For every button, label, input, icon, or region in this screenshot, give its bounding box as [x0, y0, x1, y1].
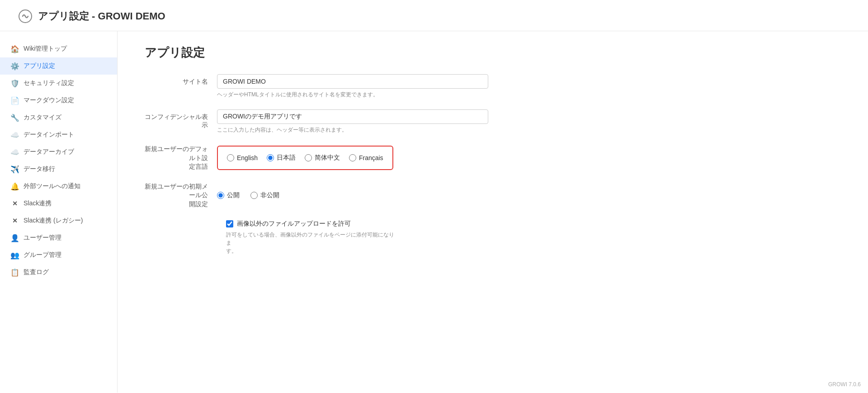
sidebar-label-customize: カスタマイズ [24, 114, 61, 122]
radio-japanese[interactable] [267, 154, 274, 161]
language-option-french[interactable]: Français [349, 154, 383, 161]
growi-logo [18, 9, 33, 24]
sidebar-label-wiki-top: Wiki管理トップ [24, 45, 67, 53]
file-upload-option[interactable]: 画像以外のファイルアップロードを許可 [226, 220, 488, 228]
sidebar-label-app-settings: アプリ設定 [24, 62, 55, 70]
gear-icon: ⚙️ [11, 62, 19, 70]
mail-visibility-label: 新規ユーザーの初期メール公 開設定 [145, 182, 217, 209]
language-row: 新規ユーザーのデフォルト設 定言語 English 日本語 简体中文 [145, 145, 488, 171]
airplane-icon: ✈️ [11, 165, 19, 173]
confidential-label: コンフィデンシャル表示 [145, 109, 217, 129]
mail-private-label: 非公開 [260, 191, 279, 199]
sidebar-item-data-archive[interactable]: ☁️ データアーカイブ [0, 143, 117, 161]
language-label-japanese: 日本語 [277, 154, 296, 162]
sidebar-item-audit-log[interactable]: 📋 監査ログ [0, 264, 117, 281]
mail-visibility-row: 新規ユーザーの初期メール公 開設定 公開 非公開 [145, 182, 488, 209]
sidebar-item-security[interactable]: 🛡️ セキュリティ設定 [0, 75, 117, 92]
sidebar-item-markdown[interactable]: 📄 マークダウン設定 [0, 92, 117, 109]
main-layout: 🏠 Wiki管理トップ ⚙️ アプリ設定 🛡️ セキュリティ設定 📄 マークダウ… [0, 31, 868, 393]
sidebar-item-user-mgmt[interactable]: 👤 ユーザー管理 [0, 229, 117, 246]
language-label-french: Français [359, 154, 383, 161]
bell-icon: 🔔 [11, 182, 19, 190]
mail-public-label: 公開 [227, 191, 240, 199]
sidebar-label-external-tools: 外部ツールへの通知 [24, 182, 80, 190]
cloud-archive-icon: ☁️ [11, 148, 19, 156]
radio-english[interactable] [227, 154, 234, 161]
sidebar-label-data-archive: データアーカイブ [24, 148, 74, 156]
log-icon: 📋 [11, 268, 19, 276]
page-header: アプリ設定 - GROWI DEMO [0, 0, 868, 31]
sidebar-label-audit-log: 監査ログ [24, 268, 49, 276]
radio-french[interactable] [349, 154, 356, 161]
site-name-input-wrap: ヘッダーやHTMLタイトルに使用されるサイト名を変更できます。 [217, 74, 488, 99]
language-label: 新規ユーザーのデフォルト設 定言語 [145, 145, 217, 171]
sidebar-item-customize[interactable]: 🔧 カスタマイズ [0, 109, 117, 126]
file-upload-section: 画像以外のファイルアップロードを許可 許可をしている場合、画像以外のファイルをペ… [226, 220, 488, 255]
shield-icon: 🛡️ [11, 79, 19, 87]
sidebar-item-data-migration[interactable]: ✈️ データ移行 [0, 161, 117, 178]
sidebar-label-markdown: マークダウン設定 [24, 96, 74, 104]
confidential-input-wrap: ここに入力した内容は、ヘッダー等に表示されます。 [217, 109, 488, 134]
home-icon: 🏠 [11, 45, 19, 53]
slack-legacy-icon: ✕ [11, 217, 19, 225]
sidebar-label-slack-legacy: Slack連携 (レガシー) [24, 217, 83, 225]
sidebar-label-security: セキュリティ設定 [24, 79, 74, 87]
language-option-english[interactable]: English [227, 154, 258, 161]
radio-chinese[interactable] [305, 154, 312, 161]
mail-options: 公開 非公開 [217, 191, 279, 199]
sidebar-label-user-mgmt: ユーザー管理 [24, 234, 61, 242]
language-box: English 日本語 简体中文 Français [217, 146, 393, 170]
document-icon: 📄 [11, 96, 19, 104]
site-name-row: サイト名 ヘッダーやHTMLタイトルに使用されるサイト名を変更できます。 [145, 74, 488, 99]
cloud-import-icon: ☁️ [11, 131, 19, 139]
radio-mail-public[interactable] [217, 192, 224, 199]
sidebar-label-data-migration: データ移行 [24, 165, 55, 173]
sidebar-label-slack: Slack連携 [24, 199, 52, 208]
sidebar-item-app-settings[interactable]: ⚙️ アプリ設定 [0, 57, 117, 75]
slack-icon: ✕ [11, 199, 19, 208]
language-option-japanese[interactable]: 日本語 [267, 154, 296, 162]
language-label-english: English [237, 154, 258, 161]
content-title: アプリ設定 [145, 45, 841, 61]
confidential-help: ここに入力した内容は、ヘッダー等に表示されます。 [217, 126, 488, 134]
sidebar-item-data-import[interactable]: ☁️ データインポート [0, 126, 117, 143]
version-badge: GROWI 7.0.6 [828, 381, 861, 388]
sidebar-item-slack-legacy[interactable]: ✕ Slack連携 (レガシー) [0, 212, 117, 229]
sidebar-label-data-import: データインポート [24, 131, 74, 139]
content-area: アプリ設定 サイト名 ヘッダーやHTMLタイトルに使用されるサイト名を変更できま… [118, 31, 868, 393]
confidential-input[interactable] [217, 109, 488, 124]
language-label-chinese: 简体中文 [315, 154, 340, 162]
mail-private-option[interactable]: 非公開 [250, 191, 279, 199]
site-name-label: サイト名 [145, 74, 217, 86]
confidential-row: コンフィデンシャル表示 ここに入力した内容は、ヘッダー等に表示されます。 [145, 109, 488, 134]
sidebar-item-slack[interactable]: ✕ Slack連携 [0, 195, 117, 212]
user-icon: 👤 [11, 234, 19, 242]
language-option-chinese[interactable]: 简体中文 [305, 154, 340, 162]
sidebar-item-external-tools[interactable]: 🔔 外部ツールへの通知 [0, 178, 117, 195]
sidebar-item-group-mgmt[interactable]: 👥 グループ管理 [0, 246, 117, 264]
sidebar-label-group-mgmt: グループ管理 [24, 251, 61, 259]
sidebar: 🏠 Wiki管理トップ ⚙️ アプリ設定 🛡️ セキュリティ設定 📄 マークダウ… [0, 31, 118, 393]
sidebar-item-wiki-top[interactable]: 🏠 Wiki管理トップ [0, 40, 117, 57]
site-name-input[interactable] [217, 74, 488, 89]
wrench-icon: 🔧 [11, 114, 19, 122]
mail-public-option[interactable]: 公開 [217, 191, 240, 199]
file-upload-help: 許可をしている場合、画像以外のファイルをページに添付可能になりま す。 [226, 231, 398, 255]
site-name-help: ヘッダーやHTMLタイトルに使用されるサイト名を変更できます。 [217, 91, 488, 99]
file-upload-checkbox[interactable] [226, 220, 233, 227]
group-icon: 👥 [11, 251, 19, 259]
file-upload-label: 画像以外のファイルアップロードを許可 [237, 220, 351, 228]
page-title: アプリ設定 - GROWI DEMO [38, 9, 165, 23]
radio-mail-private[interactable] [250, 192, 258, 199]
form-section: サイト名 ヘッダーやHTMLタイトルに使用されるサイト名を変更できます。 コンフ… [145, 74, 488, 255]
